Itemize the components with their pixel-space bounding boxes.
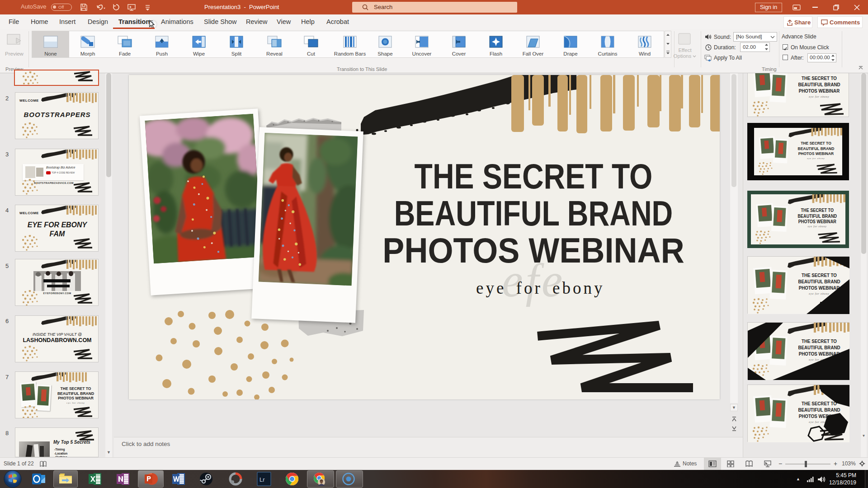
svg-text:Lr: Lr xyxy=(259,476,265,483)
